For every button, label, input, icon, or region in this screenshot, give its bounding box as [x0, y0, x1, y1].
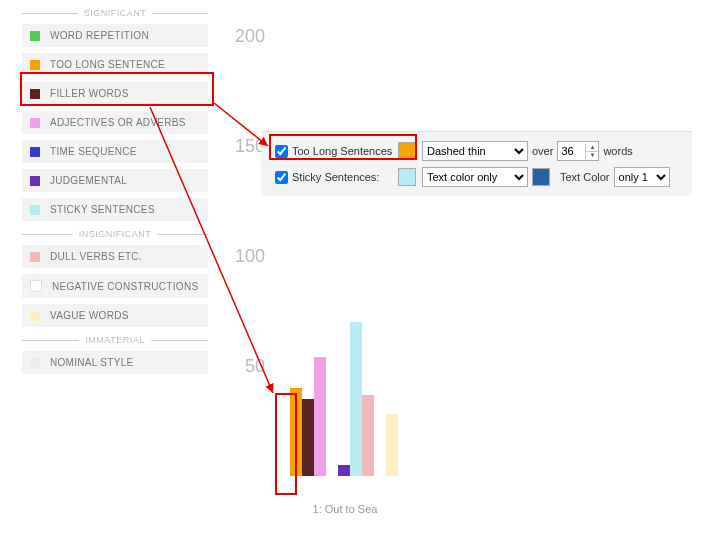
- legend-label: STICKY SENTENCES: [50, 204, 155, 215]
- legend-swatch: [30, 147, 40, 157]
- y-tick-label: 200: [225, 26, 265, 47]
- legend-item[interactable]: WORD REPETITION: [22, 24, 208, 47]
- chart-bar: [290, 388, 302, 476]
- legend-swatch: [30, 89, 40, 99]
- legend-label: NEGATIVE CONSTRUCTIONS: [52, 281, 198, 292]
- too-long-over-label: over: [532, 145, 553, 157]
- legend-swatch: [30, 118, 40, 128]
- legend-item[interactable]: FILLER WORDS: [22, 82, 208, 105]
- chart-title: 1: Out to Sea: [265, 503, 425, 515]
- too-long-style-select[interactable]: Dashed thin: [422, 141, 528, 161]
- settings-row-sticky: Sticky Sentences: Text color only Text C…: [275, 166, 682, 188]
- section-header: IMMATERIAL: [22, 335, 208, 345]
- y-tick-label: 100: [225, 246, 265, 267]
- legend-label: WORD REPETITION: [50, 30, 149, 41]
- chart-bar: [362, 395, 374, 476]
- legend-swatch: [30, 60, 40, 70]
- legend-item[interactable]: VAGUE WORDS: [22, 304, 208, 327]
- legend-label: JUDGEMENTAL: [50, 175, 127, 186]
- sticky-textcolor-label: Text Color: [560, 171, 610, 183]
- sticky-style-select[interactable]: Text color only: [422, 167, 528, 187]
- legend-swatch: [30, 31, 40, 41]
- legend-label: NOMINAL STYLE: [50, 357, 134, 368]
- legend-label: ADJECTIVES OR ADVERBS: [50, 117, 186, 128]
- legend-item[interactable]: TIME SEQUENCE: [22, 140, 208, 163]
- legend-item[interactable]: STICKY SENTENCES: [22, 198, 208, 221]
- too-long-unit: words: [603, 145, 632, 157]
- chart-bar: [350, 322, 362, 476]
- legend-swatch: [30, 280, 42, 292]
- sticky-color-swatch[interactable]: [398, 168, 416, 186]
- y-tick-label: 50: [225, 356, 265, 377]
- too-long-color-swatch[interactable]: [398, 142, 416, 160]
- legend-label: TOO LONG SENTENCE: [50, 59, 165, 70]
- section-header: INSIGNIFICANT: [22, 229, 208, 239]
- legend-item[interactable]: NOMINAL STYLE: [22, 351, 208, 374]
- y-tick-label: 150: [225, 136, 265, 157]
- sticky-checkbox[interactable]: [275, 171, 288, 184]
- sidebar: SIGNIFICANTWORD REPETITIONTOO LONG SENTE…: [22, 0, 208, 380]
- legend-item[interactable]: NEGATIVE CONSTRUCTIONS: [22, 274, 208, 298]
- chart-bar: [302, 399, 314, 476]
- settings-panel: Too Long Sentences Dashed thin over ▲ ▼ …: [261, 131, 692, 196]
- chart-bar: [314, 357, 326, 476]
- spin-down-icon[interactable]: ▼: [586, 152, 598, 159]
- legend-swatch: [30, 205, 40, 215]
- legend-label: FILLER WORDS: [50, 88, 129, 99]
- legend-swatch: [30, 252, 40, 262]
- chart: 1: Out to Sea 50100150200: [230, 0, 690, 530]
- legend-item[interactable]: JUDGEMENTAL: [22, 169, 208, 192]
- sticky-label: Sticky Sentences:: [292, 171, 396, 183]
- chart-bars: [278, 16, 458, 476]
- legend-item[interactable]: ADJECTIVES OR ADVERBS: [22, 111, 208, 134]
- sticky-only-select[interactable]: only 1: [614, 167, 670, 187]
- legend-swatch: [30, 358, 40, 368]
- too-long-word-count-input[interactable]: [558, 144, 585, 158]
- chart-bar: [338, 465, 350, 476]
- legend-swatch: [30, 311, 40, 321]
- legend-item[interactable]: TOO LONG SENTENCE: [22, 53, 208, 76]
- too-long-label: Too Long Sentences: [292, 145, 396, 157]
- legend-label: TIME SEQUENCE: [50, 146, 137, 157]
- spin-up-icon[interactable]: ▲: [586, 144, 598, 152]
- section-header: SIGNIFICANT: [22, 8, 208, 18]
- legend-swatch: [30, 176, 40, 186]
- settings-row-too-long: Too Long Sentences Dashed thin over ▲ ▼ …: [275, 140, 682, 162]
- legend-label: VAGUE WORDS: [50, 310, 129, 321]
- chart-bar: [386, 414, 398, 476]
- sticky-color2-swatch[interactable]: [532, 168, 550, 186]
- too-long-checkbox[interactable]: [275, 145, 288, 158]
- too-long-word-count[interactable]: ▲ ▼: [557, 141, 599, 161]
- legend-label: DULL VERBS ETC.: [50, 251, 142, 262]
- legend-item[interactable]: DULL VERBS ETC.: [22, 245, 208, 268]
